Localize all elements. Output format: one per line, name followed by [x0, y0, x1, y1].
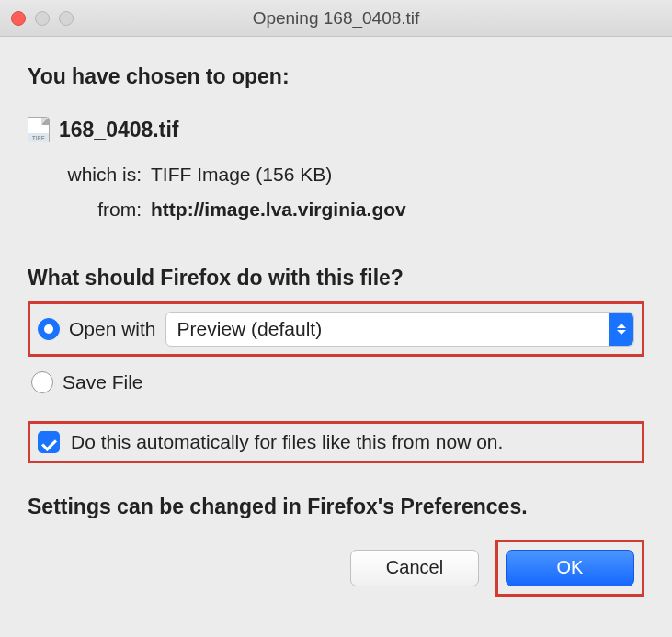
application-select-value: Preview (default) [177, 318, 323, 340]
file-from-value: http://image.lva.virginia.gov [151, 192, 406, 227]
chevron-up-icon [617, 324, 626, 328]
file-type-row: which is: TIFF Image (156 KB) [59, 157, 644, 192]
file-meta: which is: TIFF Image (156 KB) from: http… [59, 157, 644, 227]
file-type-value: TIFF Image (156 KB) [151, 157, 332, 192]
open-with-label: Open with [69, 318, 156, 340]
heading-chosen-to-open: You have chosen to open: [28, 64, 644, 89]
settings-note: Settings can be changed in Firefox's Pre… [28, 495, 644, 519]
save-file-row: Save File [31, 371, 641, 393]
open-with-row: Open with Preview (default) [38, 312, 634, 347]
open-with-radio[interactable] [38, 318, 60, 340]
dialog-content: You have chosen to open: TIFF 168_0408.t… [0, 37, 672, 615]
action-question: What should Firefox do with this file? [28, 266, 644, 290]
window-controls [11, 11, 74, 26]
auto-checkbox-highlight: Do this automatically for files like thi… [28, 421, 644, 463]
chevron-down-icon [617, 330, 626, 335]
close-window-button[interactable] [11, 11, 26, 26]
file-icon-badge: TIFF [28, 133, 49, 142]
ok-button-label: OK [557, 557, 584, 578]
file-from-row: from: http://image.lva.virginia.gov [59, 192, 644, 227]
auto-checkbox-row: Do this automatically for files like thi… [38, 431, 634, 453]
file-icon: TIFF [28, 117, 50, 142]
auto-checkbox-label: Do this automatically for files like thi… [71, 431, 503, 453]
ok-button-highlight: OK [495, 540, 644, 597]
dialog-buttons: Cancel OK [28, 540, 644, 597]
save-file-label: Save File [63, 371, 143, 393]
application-select[interactable]: Preview (default) [165, 312, 634, 347]
titlebar: Opening 168_0408.tif [0, 0, 672, 37]
minimize-window-button[interactable] [35, 11, 50, 26]
ok-button[interactable]: OK [506, 550, 634, 586]
stepper-arrows-icon [609, 313, 633, 346]
cancel-button-label: Cancel [386, 557, 443, 578]
save-file-radio[interactable] [31, 371, 53, 393]
cancel-button[interactable]: Cancel [350, 550, 479, 586]
maximize-window-button[interactable] [59, 11, 74, 26]
file-name: 168_0408.tif [59, 118, 178, 142]
file-from-label: from: [59, 192, 142, 227]
window-title: Opening 168_0408.tif [0, 8, 672, 28]
file-type-label: which is: [59, 157, 142, 192]
open-with-highlight: Open with Preview (default) [28, 301, 644, 357]
auto-checkbox[interactable] [38, 431, 60, 453]
file-row: TIFF 168_0408.tif [28, 117, 644, 142]
